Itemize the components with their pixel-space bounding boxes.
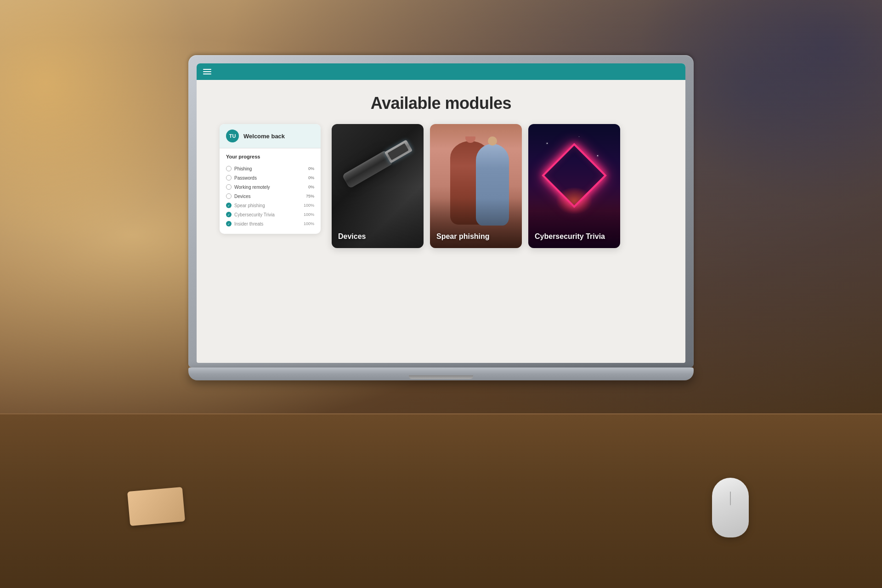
- avatar: TU: [226, 130, 239, 142]
- person1-head: [465, 136, 475, 143]
- circle-icon: [226, 175, 232, 181]
- spear-phishing-card-bg: [430, 124, 522, 248]
- progress-item-label: Working remotely: [234, 185, 270, 190]
- hamburger-line-3: [203, 74, 211, 74]
- progress-item-left: Passwords: [226, 175, 257, 181]
- welcome-card: TU Welcome back Your progress Phishing0%…: [220, 124, 321, 234]
- progress-item-percent: 0%: [308, 175, 314, 180]
- check-icon: [226, 221, 232, 226]
- hamburger-menu-icon[interactable]: [203, 69, 211, 74]
- progress-item-left: Insider threats: [226, 221, 263, 226]
- progress-item-percent: 100%: [304, 212, 314, 217]
- table-notebook: [127, 487, 185, 526]
- progress-list: Phishing0%Passwords0%Working remotely0%D…: [226, 164, 314, 228]
- module-label-spear-phishing: Spear phishing: [436, 232, 490, 241]
- progress-item-percent: 0%: [308, 166, 314, 171]
- module-card-spear-phishing[interactable]: Spear phishing: [430, 124, 522, 248]
- progress-item: Devices75%: [226, 192, 314, 201]
- progress-item: Spear phishing100%: [226, 201, 314, 210]
- screen-bezel: Available modules TU Welcome back Your p…: [197, 63, 685, 363]
- trackpad-notch: [409, 375, 473, 379]
- progress-item-left: Working remotely: [226, 184, 270, 190]
- progress-item-label: Phishing: [234, 166, 252, 171]
- hamburger-line-2: [203, 71, 211, 72]
- progress-item: Insider threats100%: [226, 219, 314, 228]
- star-1: [547, 143, 548, 144]
- progress-item-left: Devices: [226, 193, 251, 199]
- progress-item: Working remotely0%: [226, 182, 314, 192]
- laptop: Available modules TU Welcome back Your p…: [188, 55, 694, 380]
- star-2: [597, 155, 598, 156]
- star-3: [579, 136, 579, 137]
- circle-icon: [226, 166, 232, 171]
- progress-item: Phishing0%: [226, 164, 314, 173]
- usb-body: [342, 150, 393, 188]
- hamburger-line-1: [203, 69, 211, 70]
- circle-icon: [226, 184, 232, 190]
- progress-item-left: Phishing: [226, 166, 252, 171]
- devices-card-bg: [332, 124, 424, 248]
- progress-item-percent: 100%: [304, 221, 314, 226]
- module-label-cybersecurity-trivia: Cybersecurity Trivia: [535, 232, 605, 241]
- modules-grid: Devices: [332, 124, 662, 248]
- main-content-area: Available modules TU Welcome back Your p…: [197, 80, 685, 363]
- usb-connector-inner: [387, 143, 408, 160]
- screen-content: Available modules TU Welcome back Your p…: [197, 63, 685, 363]
- progress-item-label: Spear phishing: [234, 203, 265, 208]
- person2-head: [488, 136, 497, 146]
- trivia-card-bg: [528, 124, 620, 248]
- laptop-lid: Available modules TU Welcome back Your p…: [188, 55, 694, 368]
- laptop-base: [188, 368, 694, 380]
- progress-item-percent: 75%: [306, 194, 314, 198]
- progress-item-label: Cybersecurity Trivia: [234, 212, 275, 217]
- progress-section-title: Your progress: [226, 154, 314, 159]
- progress-item-left: Cybersecurity Trivia: [226, 212, 275, 217]
- welcome-text: Welcome back: [243, 133, 285, 140]
- progress-item: Cybersecurity Trivia100%: [226, 210, 314, 219]
- usb-illustration: [340, 135, 415, 192]
- module-card-devices[interactable]: Devices: [332, 124, 424, 248]
- module-card-cybersecurity-trivia[interactable]: Cybersecurity Trivia: [528, 124, 620, 248]
- progress-item-label: Devices: [234, 194, 251, 199]
- usb-connector: [384, 140, 413, 164]
- check-icon: [226, 212, 232, 217]
- progress-item-label: Passwords: [234, 175, 257, 181]
- neon-diamond-shape: [542, 143, 606, 208]
- module-label-devices: Devices: [338, 232, 366, 241]
- progress-item-percent: 100%: [304, 203, 314, 208]
- progress-item-label: Insider threats: [234, 221, 263, 226]
- content-row: TU Welcome back Your progress Phishing0%…: [220, 124, 662, 248]
- progress-item-left: Spear phishing: [226, 203, 265, 208]
- progress-item: Passwords0%: [226, 173, 314, 182]
- page-title: Available modules: [220, 94, 662, 113]
- check-icon: [226, 203, 232, 208]
- progress-item-percent: 0%: [308, 185, 314, 189]
- welcome-header: TU Welcome back: [220, 124, 321, 148]
- nav-bar: [197, 63, 685, 80]
- circle-icon: [226, 193, 232, 199]
- mouse: [712, 478, 749, 537]
- progress-section: Your progress Phishing0%Passwords0%Worki…: [220, 148, 321, 234]
